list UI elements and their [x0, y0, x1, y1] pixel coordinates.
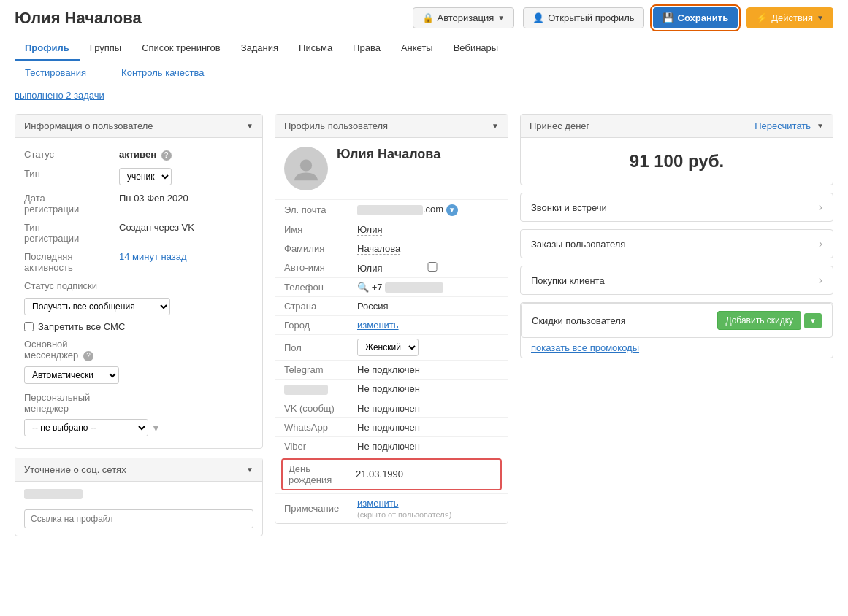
- help-icon[interactable]: ?: [83, 351, 93, 361]
- tab-webinars[interactable]: Вебинары: [443, 36, 508, 61]
- tab-quality[interactable]: Контроль качества: [111, 64, 214, 81]
- auto-name-checkbox[interactable]: [389, 262, 476, 272]
- profile-card: Юлия Началова: [275, 138, 508, 199]
- save-button[interactable]: 💾 Сохранить: [653, 7, 738, 28]
- phone-blur: [385, 282, 443, 293]
- surname-row: Фамилия Началова: [275, 239, 508, 258]
- purchases-section[interactable]: Покупки клиента ›: [520, 266, 833, 295]
- chevron-down-icon: ▼: [246, 466, 253, 474]
- telegram-row: Telegram Не подключен: [275, 360, 508, 379]
- manager-row: Персональный менеджер: [24, 388, 253, 417]
- chevron-down-icon: ▼: [246, 122, 253, 130]
- note-value: изменить (скрыто от пользователя): [357, 498, 499, 520]
- subscription-row: Статус подписки: [24, 277, 253, 295]
- user-avatar-icon: [293, 155, 319, 182]
- manager-select[interactable]: -- не выбрано --: [24, 419, 148, 436]
- type-select[interactable]: ученик: [119, 168, 172, 185]
- lightning-icon: ⚡: [756, 12, 768, 23]
- social-nets-header: Уточнение о соц. сетях ▼: [15, 458, 262, 482]
- viber-row: Viber Не подключен: [275, 436, 508, 455]
- nav-tabs: Профиль Группы Список тренингов Задания …: [0, 36, 848, 61]
- chevron-down-icon: ▼: [817, 14, 824, 22]
- gender-select[interactable]: Женский Мужской: [357, 339, 419, 356]
- discounts-panel: Скидки пользователя Добавить скидку ▼ по…: [520, 302, 833, 358]
- chevron-right-icon: ›: [819, 274, 822, 287]
- status-row: Статус активен ?: [24, 145, 253, 164]
- page-title: Юлия Началова: [15, 9, 404, 28]
- user-info-panel: Информация о пользователе ▼ Статус актив…: [15, 114, 263, 449]
- save-icon: 💾: [662, 12, 674, 23]
- open-profile-button[interactable]: 👤 Открытый профиль: [523, 7, 643, 28]
- user-info-body: Статус активен ? Тип ученик Датареги: [15, 138, 262, 448]
- fon-label-blur: [284, 385, 328, 395]
- last-activity-value: 14 минут назад: [119, 251, 253, 262]
- svg-point-0: [300, 159, 312, 171]
- reg-date-row: Датарегистрации Пн 03 Фев 2020: [24, 189, 253, 218]
- money-value: 91 100 руб.: [521, 138, 833, 185]
- tab-testing[interactable]: Тестирования: [15, 64, 96, 81]
- country-row: Страна Россия: [275, 296, 508, 315]
- note-row: Примечание изменить (скрыто от пользоват…: [275, 493, 508, 523]
- chevron-down-icon: ▼: [497, 14, 505, 22]
- tab-trainings[interactable]: Список тренингов: [131, 36, 231, 61]
- telegram-value: Не подключен: [357, 364, 499, 375]
- last-activity-row: Последняяактивность 14 минут назад: [24, 247, 253, 277]
- email-value: .com ▼: [357, 204, 499, 216]
- email-row: Эл. почта .com ▼: [275, 199, 508, 220]
- page-header: Юлия Началова 🔒 Авторизация ▼ 👤 Открытый…: [0, 0, 848, 36]
- manager-extra-icon: ▼: [151, 423, 161, 434]
- first-name-row: Имя Юлия: [275, 220, 508, 239]
- profile-link-input[interactable]: [24, 509, 253, 528]
- subscription-select[interactable]: Получать все сообщения: [24, 298, 170, 315]
- vk-row: VK (сообщ) Не подключен: [275, 399, 508, 417]
- social-nets-panel: Уточнение о соц. сетях ▼: [15, 458, 263, 536]
- tab-profile[interactable]: Профиль: [15, 36, 80, 61]
- messenger-select[interactable]: Автоматически: [24, 366, 119, 384]
- tab-forms[interactable]: Анкеты: [391, 36, 443, 61]
- birthday-value: 21.03.1990: [356, 469, 494, 480]
- profile-panel-header: Профиль пользователя ▼: [275, 115, 508, 138]
- social-nets-title: Уточнение о соц. сетях: [24, 464, 126, 475]
- profile-panel-title: Профиль пользователя: [284, 120, 388, 131]
- gender-value: Женский Мужской: [357, 339, 499, 356]
- add-discount-button[interactable]: Добавить скидку: [717, 311, 801, 330]
- city-row: Город изменить: [275, 315, 508, 334]
- surname-value: Началова: [357, 243, 499, 254]
- actions-button[interactable]: ⚡ Действия ▼: [746, 7, 833, 28]
- promo-link[interactable]: показать все промокоды: [521, 338, 833, 358]
- user-info-title: Информация о пользователе: [24, 120, 153, 131]
- chevron-right-icon: ›: [819, 201, 822, 214]
- profile-panel: Профиль пользователя ▼ Юлия Началова Эл.…: [275, 114, 508, 524]
- calls-section[interactable]: Звонки и встречи ›: [520, 193, 833, 222]
- profile-full-name: Юлия Началова: [337, 147, 440, 162]
- avatar: [284, 147, 328, 190]
- tasks-alert-link[interactable]: выполнено 2 задачи: [0, 84, 848, 107]
- phone-value: 🔍 +7: [357, 282, 499, 293]
- birthday-row: День рождения 21.03.1990: [281, 458, 502, 490]
- sms-block-checkbox[interactable]: [24, 322, 34, 331]
- recalc-link[interactable]: Пересчитать: [755, 120, 811, 131]
- type-value: ученик: [119, 168, 253, 185]
- tab-rights[interactable]: Права: [343, 36, 391, 61]
- social-nets-body: [15, 482, 262, 536]
- orders-section[interactable]: Заказы пользователя ›: [520, 229, 833, 258]
- user-info-header: Информация о пользователе ▼: [15, 115, 262, 138]
- user-icon: 👤: [532, 12, 544, 23]
- sms-block-row: Запретить все СМС: [24, 318, 253, 335]
- discounts-label: Скидки пользователя: [532, 315, 626, 326]
- lock-icon: 🔒: [422, 12, 434, 23]
- sub-nav: Тестирования Контроль качества: [0, 61, 848, 84]
- tab-tasks[interactable]: Задания: [231, 36, 289, 61]
- left-column: Информация о пользователе ▼ Статус актив…: [15, 114, 263, 536]
- tab-groups[interactable]: Группы: [80, 36, 131, 61]
- help-icon[interactable]: ?: [161, 150, 172, 161]
- email-dropdown-icon[interactable]: ▼: [446, 204, 458, 216]
- tab-letters[interactable]: Письма: [289, 36, 343, 61]
- first-name-value: Юлия: [357, 224, 499, 235]
- reg-date-value: Пн 03 Фев 2020: [119, 193, 253, 204]
- whatsapp-row: WhatsApp Не подключен: [275, 417, 508, 436]
- auth-button[interactable]: 🔒 Авторизация ▼: [413, 7, 515, 28]
- vk-value: Не подключен: [357, 403, 499, 414]
- whatsapp-value: Не подключен: [357, 422, 499, 433]
- reg-type-row: Типрегистрации Создан через VK: [24, 218, 253, 247]
